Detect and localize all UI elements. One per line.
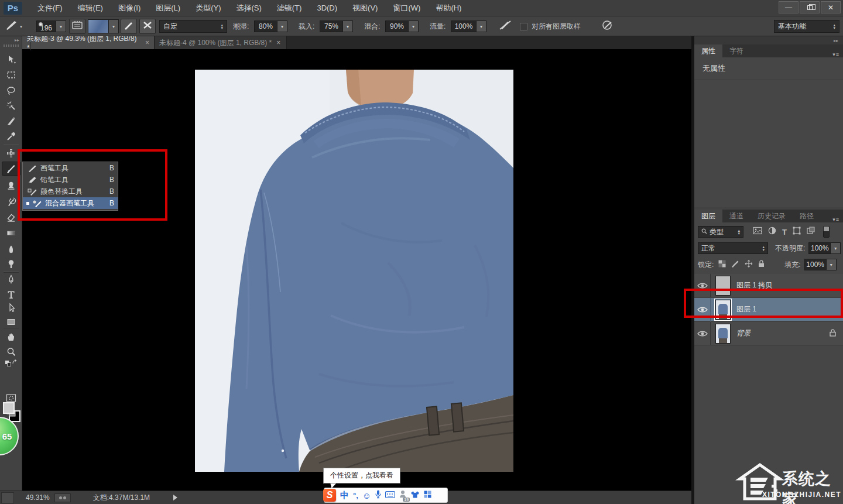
menu-select[interactable]: 选择(S) <box>236 3 261 13</box>
load-dropdown[interactable]: ▾ <box>343 20 353 32</box>
tool-dodge[interactable] <box>2 257 20 271</box>
filter-toggle-switch[interactable] <box>823 226 830 238</box>
restore-button[interactable] <box>800 1 820 13</box>
ime-skin-icon[interactable] <box>410 490 420 500</box>
flow-dropdown[interactable]: ▾ <box>477 20 486 32</box>
tab-character[interactable]: 字符 <box>722 44 751 57</box>
tool-gradient[interactable] <box>2 226 20 240</box>
menu-edit[interactable]: 编辑(E) <box>78 3 103 13</box>
close-button[interactable]: ✕ <box>821 1 841 13</box>
menu-layer[interactable]: 图层(L) <box>156 3 180 13</box>
menu-window[interactable]: 窗口(W) <box>393 3 420 13</box>
collapse-panel-icon[interactable]: ▸▸ <box>15 37 19 43</box>
panel-menu-icon[interactable]: ▾≡ <box>832 52 839 57</box>
sample-all-checkbox[interactable] <box>520 23 527 30</box>
toggle-brush-panel-button[interactable] <box>69 16 85 36</box>
doc-tab-2[interactable]: 未标题-4 @ 100% (图层 1, RGB/8) * × <box>155 36 287 49</box>
wet-field[interactable]: 80% ▾ <box>254 16 287 36</box>
swap-colors-control[interactable] <box>2 358 20 368</box>
lock-position-icon[interactable] <box>745 259 753 270</box>
panel-grip[interactable] <box>4 44 19 47</box>
filter-shape-icon[interactable] <box>793 227 801 237</box>
menu-image[interactable]: 图像(I) <box>118 3 140 13</box>
tab-close-icon[interactable]: × <box>276 39 280 47</box>
wet-dropdown[interactable]: ▾ <box>277 20 287 32</box>
ime-keyboard-icon[interactable] <box>385 490 395 500</box>
ime-toolbox-icon[interactable] <box>424 490 431 500</box>
status-gear-widget[interactable] <box>54 493 71 502</box>
tab-channels[interactable]: 通道 <box>722 210 751 222</box>
fill-dropdown[interactable]: ▾ <box>827 259 837 270</box>
clean-brush-button[interactable] <box>139 16 156 36</box>
minimize-button[interactable]: — <box>779 1 799 13</box>
ps-logo[interactable]: Ps <box>4 2 22 15</box>
panel-menu-icon[interactable]: ▾≡ <box>832 217 839 222</box>
tab-layers[interactable]: 图层 <box>694 210 722 222</box>
tool-eyedropper[interactable] <box>2 129 20 143</box>
menu-file[interactable]: 文件(F) <box>37 3 63 13</box>
layer-thumbnail[interactable] <box>715 324 731 344</box>
brush-size-widget[interactable]: 196 ▾ <box>36 16 66 36</box>
combination-preset-combo[interactable]: 自定 ▴▾ <box>159 16 227 36</box>
zoom-level[interactable]: 49.31% <box>26 493 50 502</box>
lock-transparent-icon[interactable] <box>718 259 726 270</box>
doc-tab-1[interactable]: 未标题-3 @ 49.3% (图层 1, RGB/8) * × <box>22 36 155 49</box>
brush-size-dropdown[interactable]: ▾ <box>56 20 66 32</box>
lock-paint-icon[interactable] <box>731 259 739 270</box>
filter-type-text-icon[interactable]: T <box>782 228 787 236</box>
tab-properties[interactable]: 属性 <box>694 44 722 57</box>
tool-pen[interactable] <box>2 273 20 287</box>
status-arrow-icon[interactable] <box>173 495 177 500</box>
lock-all-icon[interactable] <box>758 259 765 270</box>
canvas-area[interactable] <box>23 49 691 491</box>
canvas-image[interactable] <box>195 70 513 472</box>
tab-close-icon[interactable]: × <box>145 39 149 47</box>
tool-marquee[interactable] <box>2 68 20 82</box>
filter-smart-object-icon[interactable] <box>807 227 815 237</box>
fill-field[interactable]: 100% ▾ <box>804 259 837 270</box>
tool-hand[interactable] <box>2 330 20 344</box>
foreground-color-swatch[interactable] <box>3 402 15 414</box>
load-brush-button[interactable] <box>121 16 137 36</box>
menu-help[interactable]: 帮助(H) <box>436 3 461 13</box>
sogou-logo-icon[interactable]: S <box>323 489 336 502</box>
menu-view[interactable]: 视图(V) <box>352 3 378 13</box>
tool-type[interactable] <box>2 287 20 301</box>
tool-move[interactable] <box>2 53 20 67</box>
ime-microphone-icon[interactable] <box>375 490 381 501</box>
brush-load-dropdown[interactable]: ▾ <box>109 19 119 33</box>
menu-3d[interactable]: 3D(D) <box>317 4 337 12</box>
tool-path-select[interactable] <box>2 301 20 315</box>
ime-emoji-icon[interactable]: ☺ <box>362 491 371 500</box>
visibility-toggle[interactable] <box>694 322 711 345</box>
brush-load-preview[interactable]: ▾ <box>88 16 119 36</box>
tool-magic-wand[interactable] <box>2 99 20 113</box>
layer-filter-combo[interactable]: 类型 ▴▾ <box>698 226 743 238</box>
tool-smudge[interactable] <box>2 242 20 256</box>
flow-field[interactable]: 100% ▾ <box>451 16 486 36</box>
blend-mode-combo[interactable]: 正常 ▴▾ <box>698 242 768 254</box>
workspace-switcher[interactable]: 基本功能 ▴▾ <box>774 16 839 36</box>
menu-type[interactable]: 类型(Y) <box>196 3 221 13</box>
document-size-info[interactable]: 文档:4.37M/13.1M <box>93 493 150 503</box>
smoothing-button[interactable] <box>602 16 614 36</box>
status-corner-widget[interactable] <box>1 492 14 503</box>
tab-paths[interactable]: 路径 <box>793 210 821 222</box>
menu-filter[interactable]: 滤镜(T) <box>277 3 302 13</box>
tool-shape[interactable] <box>2 315 20 329</box>
airbrush-button[interactable] <box>499 16 513 36</box>
ime-punctuation-toggle[interactable]: °, <box>353 491 358 500</box>
sample-all-layers-option[interactable]: 对所有图层取样 <box>520 16 581 36</box>
mix-dropdown[interactable]: ▾ <box>409 20 419 32</box>
tool-lasso[interactable] <box>2 84 20 98</box>
tool-crop[interactable] <box>2 114 20 128</box>
tab-history[interactable]: 历史记录 <box>751 210 793 222</box>
layer-name[interactable]: 背景 <box>736 328 751 338</box>
ime-mode-toggle[interactable]: 中 <box>340 490 349 501</box>
tool-zoom[interactable] <box>2 345 20 359</box>
filter-adjustment-icon[interactable] <box>768 227 776 237</box>
opacity-field[interactable]: 100% ▾ <box>808 242 841 254</box>
current-tool-preset[interactable]: ▾ <box>5 16 22 36</box>
load-field[interactable]: 75% ▾ <box>320 16 353 36</box>
mix-field[interactable]: 90% ▾ <box>385 16 419 36</box>
